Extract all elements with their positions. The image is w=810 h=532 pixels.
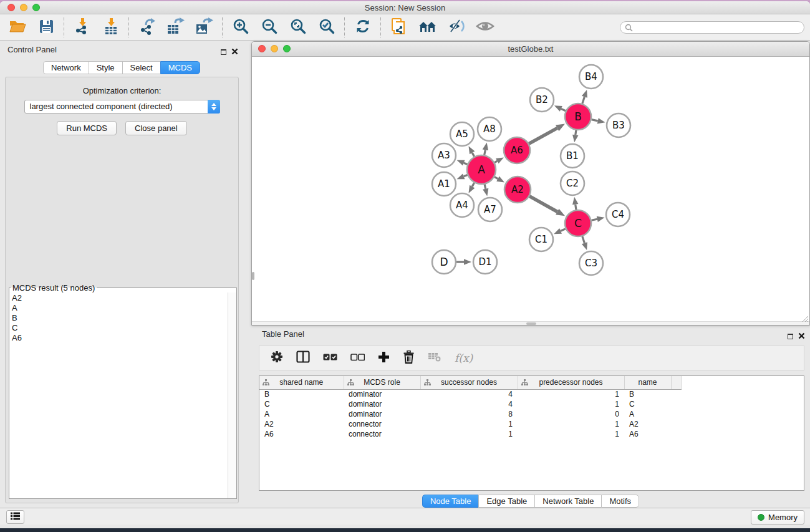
mcds-result-item[interactable]: C [12,323,228,333]
cell-successor-nodes[interactable]: 8 [420,409,518,419]
column-header-MCDS-role[interactable]: MCDS role [344,376,420,389]
graph-edge-C-C1[interactable] [561,229,566,231]
result-scrollbar[interactable] [228,293,236,498]
float-panel-icon[interactable] [221,49,226,55]
column-header-predecessor-nodes[interactable]: predecessor nodes [518,376,624,389]
cell-MCDS-role[interactable]: connector [344,429,420,439]
delete-column-button[interactable] [403,351,415,366]
tab-select[interactable]: Select [122,61,160,74]
cell-shared-name[interactable]: A2 [259,419,344,429]
mcds-result-item[interactable]: A [12,303,228,313]
show-columns-button[interactable] [296,351,310,365]
graph-edge-A-A8[interactable] [485,150,486,155]
cell-name[interactable]: A [624,409,671,419]
tab-network[interactable]: Network [43,61,89,74]
tab-motifs[interactable]: Motifs [601,495,639,508]
add-column-button[interactable] [378,351,390,365]
home-button[interactable] [418,18,437,37]
graph-edge-C-C4[interactable] [591,219,597,220]
network-vertical-scroll-thumb[interactable] [252,272,254,280]
function-builder-button[interactable]: f(x) [455,352,473,364]
export-table-button[interactable] [166,18,185,37]
table-row[interactable]: Cdominator41C [259,399,681,409]
select-all-button[interactable] [323,352,337,364]
zoom-in-button[interactable] [231,18,250,37]
cell-predecessor-nodes[interactable]: 1 [518,389,624,399]
graph-edge-A2-C[interactable] [529,196,557,212]
export-network-button[interactable] [138,18,157,37]
mcds-result-item[interactable]: B [12,313,228,323]
close-panel-button[interactable]: Close panel [125,121,187,135]
cell-name[interactable]: B [624,389,671,399]
graph-edge-C-C2[interactable] [576,205,576,210]
cell-predecessor-nodes[interactable]: 1 [518,429,624,439]
graph-edge-B-B1[interactable] [576,130,576,135]
hide-graphics-button[interactable] [447,18,466,37]
cell-predecessor-nodes[interactable]: 0 [518,409,624,419]
column-header-successor-nodes[interactable]: successor nodes [420,376,518,389]
task-history-button[interactable] [6,510,24,524]
import-network-button[interactable] [73,18,92,37]
graph-edge-A-A2[interactable] [494,177,498,179]
graph-edge-A-A7[interactable] [485,184,486,188]
tab-edge-table[interactable]: Edge Table [478,495,534,508]
zoom-selected-button[interactable] [317,18,336,37]
close-table-panel-icon[interactable] [798,331,805,342]
graph-edge-A6-B[interactable] [529,128,557,143]
graph-edge-A-A3[interactable] [464,163,468,164]
table-row[interactable]: Bdominator41B [259,389,681,399]
cell-name[interactable]: A2 [624,419,671,429]
float-table-panel-icon[interactable] [788,334,793,339]
graph-edge-B-B4[interactable] [582,97,585,104]
tab-style[interactable]: Style [89,61,122,74]
cell-MCDS-role[interactable]: dominator [344,409,420,419]
deselect-all-button[interactable] [350,352,365,364]
graph-edge-A-A1[interactable] [464,175,468,177]
cell-successor-nodes[interactable]: 1 [420,429,518,439]
tab-network-table[interactable]: Network Table [534,495,601,508]
zoom-out-button[interactable] [260,18,279,37]
search-input[interactable] [620,21,804,34]
graph-edge-A-A6[interactable] [494,161,497,162]
show-graphics-button[interactable] [476,18,494,37]
cell-successor-nodes[interactable]: 4 [420,389,518,399]
table-row[interactable]: A2connector11A2 [259,419,681,429]
cell-shared-name[interactable]: C [259,399,344,409]
cell-MCDS-role[interactable]: connector [344,419,420,429]
cell-shared-name[interactable]: A [259,409,344,419]
import-table-button[interactable] [102,18,120,37]
tab-mcds[interactable]: MCDS [160,61,200,74]
graph-edge-A-A5[interactable] [472,153,474,157]
network-canvas[interactable]: B4B2BB3A5A8A6A3B1AA1C2A2A4A7C4CC1C3DD1 [252,57,809,322]
column-header-name[interactable]: name [624,376,671,389]
graph-edge-C-C3[interactable] [582,236,585,243]
cell-MCDS-role[interactable]: dominator [344,399,420,409]
memory-button[interactable]: Memory [751,510,804,525]
network-horizontal-scrollbar[interactable] [252,321,809,325]
network-horizontal-scroll-thumb[interactable] [526,322,536,325]
optimization-criterion-select[interactable]: largest connected component (directed) [24,100,220,114]
cell-successor-nodes[interactable]: 4 [420,399,518,409]
delete-table-button[interactable] [428,351,441,365]
mcds-result-item[interactable]: A6 [12,333,228,343]
resize-grip-icon[interactable] [802,314,809,321]
close-panel-icon[interactable] [231,46,238,57]
table-row[interactable]: Adominator80A [259,409,681,419]
graph-edge-A-A4[interactable] [472,183,474,186]
cell-shared-name[interactable]: A6 [259,429,344,439]
cell-successor-nodes[interactable]: 1 [420,419,518,429]
graph-edge-B-B3[interactable] [592,120,598,121]
mcds-result-item[interactable]: A2 [12,293,228,303]
export-image-button[interactable] [195,18,214,37]
run-mcds-button[interactable]: Run MCDS [57,121,117,135]
table-settings-button[interactable] [271,351,283,365]
clone-network-button[interactable] [390,18,408,37]
tab-node-table[interactable]: Node Table [422,495,479,508]
graph-edge-B-B2[interactable] [561,109,566,110]
save-session-button[interactable] [37,18,55,37]
open-session-button[interactable] [8,18,27,37]
table-row[interactable]: A6connector11A6 [259,429,681,439]
refresh-button[interactable] [354,18,372,37]
column-header-shared-name[interactable]: shared name [259,376,344,389]
cell-name[interactable]: A6 [624,429,671,439]
